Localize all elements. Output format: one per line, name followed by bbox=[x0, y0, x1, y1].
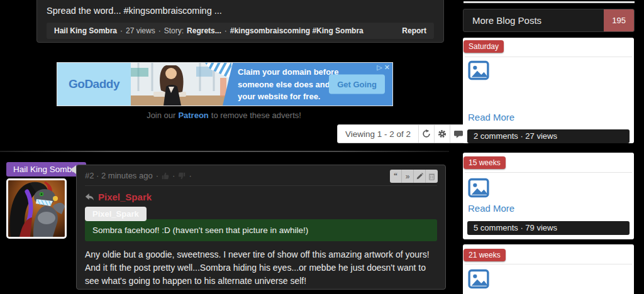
blog-post-author[interactable]: Hail King Sombra bbox=[54, 26, 117, 35]
reply-arrow-icon bbox=[85, 193, 94, 201]
delete-button[interactable] bbox=[426, 170, 438, 183]
report-button[interactable]: Report bbox=[402, 26, 426, 35]
patreon-notice: Join ourPatreonto remove these adverts! bbox=[0, 111, 448, 120]
post-date-badge: 15 weeks bbox=[464, 156, 506, 169]
post-date-badge: Saturday bbox=[464, 40, 504, 53]
godaddy-logo: GoDaddy bbox=[69, 77, 119, 91]
image-placeholder-icon bbox=[468, 60, 489, 80]
story-link[interactable]: Regrets... bbox=[187, 26, 221, 35]
quote-button[interactable]: “ bbox=[390, 170, 402, 183]
sidebar-title: More Blog Posts bbox=[464, 15, 541, 26]
sombra-avatar-art bbox=[8, 180, 65, 237]
ad-banner[interactable]: GoDaddy Claim your dom bbox=[57, 62, 393, 106]
comments-toolbar: Viewing 1 - 2 of 2 bbox=[337, 124, 467, 143]
patreon-suffix: to remove these adverts! bbox=[211, 111, 301, 120]
card-divider bbox=[465, 264, 632, 264]
sidebar-top-divider bbox=[464, 1, 635, 3]
adchoices-icon[interactable]: ▷ bbox=[377, 63, 382, 72]
expand-button[interactable]: » bbox=[402, 170, 414, 183]
comment-author-avatar[interactable] bbox=[6, 178, 67, 239]
read-more-link[interactable]: Read More bbox=[468, 203, 514, 214]
blog-post-card[interactable]: 15 weeks Read More 5 comments · 79 views bbox=[463, 153, 634, 239]
post-stats: 5 comments · 79 views bbox=[467, 221, 630, 235]
card-divider bbox=[465, 172, 632, 173]
image-placeholder-icon bbox=[468, 178, 489, 198]
comment-panel: #2 · 2 minutes ago · · · “ » bbox=[76, 165, 446, 290]
comment-meta: #2 · 2 minutes ago bbox=[85, 171, 153, 180]
separator: · bbox=[225, 26, 227, 35]
comment-header: #2 · 2 minutes ago · · · bbox=[85, 171, 437, 186]
image-placeholder-icon bbox=[468, 269, 489, 289]
ad-photo bbox=[131, 63, 231, 106]
separator: · bbox=[158, 26, 161, 35]
refresh-button[interactable] bbox=[419, 125, 435, 143]
refresh-icon bbox=[422, 129, 431, 138]
read-more-link[interactable]: Read More bbox=[468, 112, 514, 122]
reply-to-user[interactable]: Pixel_Spark bbox=[98, 192, 152, 202]
comment-bubble-icon bbox=[454, 130, 463, 138]
blog-post-title: Spread the word... #kingsombraiscoming .… bbox=[47, 6, 434, 16]
separator: · bbox=[120, 26, 123, 35]
patreon-prefix: Join our bbox=[147, 111, 175, 120]
comment-tail-pointer bbox=[70, 165, 76, 174]
separator: · bbox=[189, 171, 191, 180]
post-stats: 2 comments · 27 views bbox=[467, 129, 630, 143]
thumbs-up-icon[interactable] bbox=[162, 172, 169, 180]
ad-brand-panel: GoDaddy bbox=[57, 63, 131, 106]
card-divider bbox=[465, 57, 632, 57]
blog-post-card[interactable]: 21 weeks bbox=[463, 244, 634, 294]
separator: · bbox=[156, 171, 158, 180]
pencil-icon bbox=[416, 173, 423, 180]
sidebar-header: More Blog Posts 195 bbox=[463, 9, 635, 32]
quote-text: Sombra facehoof! :D (haven't seen that p… bbox=[85, 219, 437, 241]
post-date-badge: 21 weeks bbox=[464, 249, 506, 261]
ad-close-icon[interactable]: ✕ bbox=[384, 63, 390, 72]
blog-post-count-badge: 195 bbox=[604, 9, 634, 31]
blog-post-tags[interactable]: #kingsombraiscoming #King Sombra bbox=[230, 26, 364, 35]
ad-choices: ▷ ✕ bbox=[377, 63, 390, 72]
ad-message-panel: Claim your domain before someone else do… bbox=[223, 63, 392, 106]
quote-author-tab[interactable]: Pixel_Spark bbox=[85, 207, 147, 221]
settings-button[interactable] bbox=[435, 125, 450, 143]
separator: · bbox=[172, 171, 175, 180]
comment-action-group: “ » bbox=[390, 170, 438, 183]
comment-body: Any oldie but a goodie, sweetness. I nev… bbox=[85, 248, 437, 288]
viewing-count: Viewing 1 - 2 of 2 bbox=[338, 125, 419, 143]
story-label: Story: bbox=[164, 26, 184, 35]
blog-post-card[interactable]: Saturday Read More 2 comments · 27 views bbox=[463, 38, 634, 143]
patreon-link[interactable]: Patreon bbox=[178, 111, 208, 120]
reply-line: Pixel_Spark bbox=[85, 192, 437, 202]
blog-post-meta-bar: Hail King Sombra · 27 views · Story: Reg… bbox=[47, 23, 434, 39]
trash-icon bbox=[428, 173, 435, 180]
blog-post-views: 27 views bbox=[126, 26, 155, 35]
blog-post-snippet: Spread the word... #kingsombraiscoming .… bbox=[36, 0, 444, 43]
section-divider bbox=[0, 151, 449, 152]
gear-icon bbox=[438, 129, 447, 138]
thumbs-down-icon[interactable] bbox=[178, 172, 186, 180]
quote-block: Pixel_Spark Sombra facehoof! :D (haven't… bbox=[85, 207, 437, 241]
ad-cta-button[interactable]: Get Going bbox=[329, 75, 385, 94]
edit-button[interactable] bbox=[414, 170, 426, 183]
